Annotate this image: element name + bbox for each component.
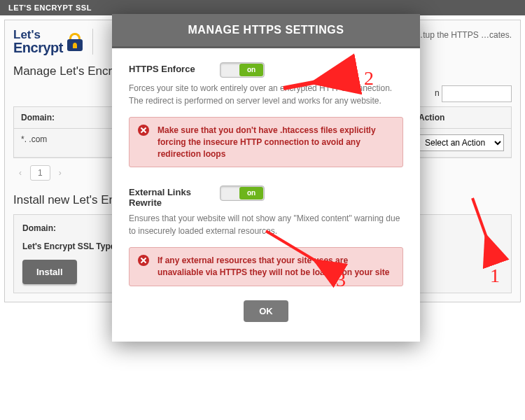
enforce-desc: Forces your site to work entirely over a… bbox=[129, 82, 403, 107]
pager-current[interactable]: 1 bbox=[30, 165, 50, 181]
action-dropdown[interactable]: Select an Action bbox=[419, 134, 504, 151]
ok-button[interactable]: OK bbox=[244, 300, 288, 322]
domain-cell: *. .com bbox=[21, 134, 47, 144]
rewrite-warning-text: If any external resources that your site… bbox=[158, 255, 393, 279]
rewrite-warning: If any external resources that your site… bbox=[129, 247, 403, 286]
domain-filter-input[interactable] bbox=[442, 85, 512, 102]
vertical-divider bbox=[92, 29, 93, 55]
lets-encrypt-logo: Let's Encrypt bbox=[13, 29, 83, 55]
error-icon bbox=[138, 255, 149, 266]
rewrite-toggle[interactable]: on bbox=[220, 186, 265, 201]
modal-title: MANAGE HTTPS SETTINGS bbox=[112, 14, 420, 48]
toggle-on-icon: on bbox=[239, 64, 263, 76]
domain-filter-label: n bbox=[435, 88, 440, 98]
error-icon bbox=[138, 125, 149, 136]
https-settings-modal: MANAGE HTTPS SETTINGS HTTPS Enforce on F… bbox=[112, 14, 420, 342]
logo-line2: Encrypt bbox=[13, 41, 63, 55]
pager-prev[interactable]: ‹ bbox=[19, 168, 22, 178]
enforce-row: HTTPS Enforce on bbox=[129, 62, 403, 78]
enforce-warning: Make sure that you don't have .htaccess … bbox=[129, 117, 403, 167]
install-button[interactable]: Install bbox=[22, 260, 77, 284]
lock-icon bbox=[67, 33, 83, 51]
enforce-toggle[interactable]: on bbox=[220, 62, 265, 78]
rewrite-row: External Links Rewrite on bbox=[129, 186, 403, 208]
logo-line1: Let's bbox=[13, 29, 63, 41]
enforce-label: HTTPS Enforce bbox=[129, 62, 220, 74]
enforce-warning-text: Make sure that you don't have .htaccess … bbox=[158, 125, 393, 160]
rewrite-label: External Links Rewrite bbox=[129, 186, 220, 208]
page-title-bar: LET'S ENCRYPT SSL bbox=[0, 0, 525, 15]
toggle-on-icon: on bbox=[239, 187, 263, 200]
rewrite-desc: Ensures that your website will not show … bbox=[129, 212, 403, 237]
col-action: Action bbox=[412, 107, 511, 129]
pager-next[interactable]: › bbox=[59, 168, 62, 178]
